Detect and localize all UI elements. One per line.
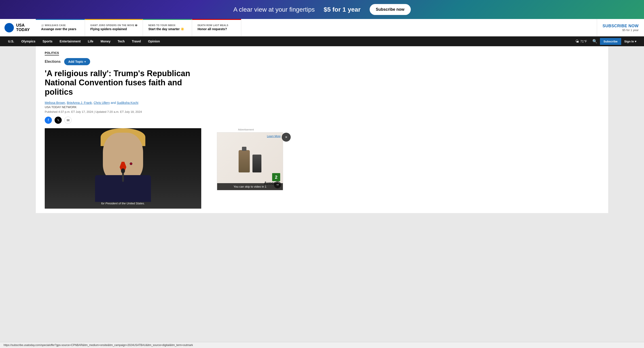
nav-item-sports[interactable]: Sports <box>39 36 56 46</box>
top-story-label-inbox: NEWS TO YOUR INBOX <box>148 24 186 26</box>
nav-signin-button[interactable]: Sign In ▾ <box>621 40 640 43</box>
trump-photo <box>45 128 201 209</box>
article-media[interactable]: for President of the United States. <box>45 128 201 209</box>
nav-search-icon[interactable]: 🔍 <box>590 39 600 44</box>
ad-countdown: 2 <box>272 173 280 181</box>
ad-banner-text: A clear view at your fingertips <box>233 6 314 13</box>
author-sudiksha-kochi[interactable]: Sudiksha Kochi <box>117 101 138 105</box>
nav-item-life[interactable]: Life <box>84 36 97 46</box>
email-share-icon[interactable]: ✉ <box>64 117 72 124</box>
article-authors: Melissa Brown, BrieAnna J. Frank, Chris … <box>45 101 599 105</box>
nav-item-us[interactable]: U.S. <box>4 36 18 46</box>
main-layout: POLITICS Elections Add Topic + 'A religi… <box>0 46 644 213</box>
top-story-label-spiders: GIANT JORO SPIDERS ON THE MOVE 🕷 <box>90 24 137 26</box>
flag-pin <box>130 162 132 165</box>
top-story-headline-spiders: Flying spiders explained <box>90 27 137 31</box>
header-top-bar: USATODAY 📰 WIKILEAKS CASE Assange over t… <box>0 19 644 36</box>
usa-today-logo-text: USATODAY <box>16 23 30 32</box>
top-story-wikileaks[interactable]: 📰 WIKILEAKS CASE Assange over the years <box>36 19 85 36</box>
ad-subscribe-button[interactable]: Subscribe now <box>370 4 411 15</box>
social-share-bar: f 𝕏 ✉ <box>45 117 599 124</box>
header-subscribe-now-label: SUBSCRIBE NOW <box>602 24 639 28</box>
nav-bar: U.S. Olympics Sports Entertainment Life … <box>0 36 644 46</box>
author-brieanna-frank[interactable]: BrieAnna J. Frank <box>67 101 92 105</box>
top-story-headline-wikileaks: Assange over the years <box>41 27 80 31</box>
facebook-share-icon[interactable]: f <box>45 117 52 124</box>
ad-box: Learn More Aveeno 2 You can skip to vide… <box>217 132 283 190</box>
top-story-headline-deathrow: Honor all requests? <box>198 27 236 31</box>
signin-chevron-icon: ▾ <box>635 40 636 43</box>
article-body: for President of the United States. Adve… <box>45 128 599 209</box>
article-main-column: for President of the United States. <box>45 128 206 209</box>
media-caption: for President of the United States. <box>101 202 145 205</box>
top-story-headline-inbox: Start the day smarter ☀️ <box>148 27 186 31</box>
header-subscribe-price-label: $5 for 1 year <box>622 28 639 32</box>
ad-product-bottle-2 <box>252 155 262 173</box>
header-subscribe-area[interactable]: SUBSCRIBE NOW $5 for 1 year <box>597 19 644 36</box>
ad-expand-button[interactable]: ↗ <box>274 181 281 188</box>
add-topic-button[interactable]: Add Topic + <box>64 58 90 65</box>
twitter-share-icon[interactable]: 𝕏 <box>54 117 62 124</box>
weather-icon: 🌤 <box>575 39 579 43</box>
top-story-label-wikileaks: 📰 WIKILEAKS CASE <box>41 24 80 26</box>
sidebar-right <box>608 46 644 213</box>
ad-label: Advertisement <box>217 128 275 131</box>
top-stories-bar: 📰 WIKILEAKS CASE Assange over the years … <box>36 19 597 36</box>
top-story-deathrow[interactable]: DEATH ROW LAST MEALS Honor all requests? <box>192 19 241 36</box>
ad-banner: A clear view at your fingertips $5 for 1… <box>0 0 644 19</box>
article-network: USA TODAY NETWORK <box>45 105 599 109</box>
nav-subscribe-button[interactable]: Subscribe <box>600 38 621 45</box>
section-label[interactable]: POLITICS <box>45 51 59 55</box>
ad-panel: Advertisement Learn More Aveeno 2 You ca… <box>212 128 280 209</box>
top-story-spiders[interactable]: GIANT JORO SPIDERS ON THE MOVE 🕷 Flying … <box>85 19 143 36</box>
microphone <box>122 171 124 182</box>
article-headline: 'A religious rally': Trump's Republican … <box>45 69 201 97</box>
nav-item-entertainment[interactable]: Entertainment <box>56 36 84 46</box>
ad-product-bottle-1 <box>238 150 250 173</box>
sidebar-left <box>0 46 36 213</box>
trump-figure <box>95 133 151 202</box>
article-timestamp: Published 4:37 p.m. ET July 17, 2024 | U… <box>45 110 599 114</box>
top-story-inbox[interactable]: NEWS TO YOUR INBOX Start the day smarter… <box>143 19 192 36</box>
nav-item-money[interactable]: Money <box>97 36 114 46</box>
article-topic-bar: Elections Add Topic + <box>45 58 599 65</box>
nav-item-olympics[interactable]: Olympics <box>18 36 39 46</box>
expand-arrow-icon: ↗ <box>275 182 280 187</box>
ad-products <box>234 146 266 177</box>
nav-item-opinion[interactable]: Opinion <box>144 36 164 46</box>
top-story-label-deathrow: DEATH ROW LAST MEALS <box>198 24 236 26</box>
logo-area[interactable]: USATODAY <box>0 19 36 36</box>
ad-learn-more[interactable]: Learn More <box>267 135 281 138</box>
elections-label: Elections <box>45 60 60 64</box>
nav-item-travel[interactable]: Travel <box>128 36 144 46</box>
content-area: POLITICS Elections Add Topic + 'A religi… <box>36 46 608 213</box>
close-ad-button[interactable]: × <box>282 133 291 142</box>
author-melissa-brown[interactable]: Melissa Brown <box>45 101 65 105</box>
nav-weather: 🌤 71°F <box>573 39 590 43</box>
ad-banner-price: $5 for 1 year <box>324 6 361 13</box>
ad-skip-message: You can skip to video in 1 <box>217 183 283 190</box>
ad-content: Aveeno <box>217 133 283 190</box>
nav-weather-temp: 71°F <box>580 39 587 43</box>
usa-today-logo-circle <box>4 23 14 32</box>
author-chris-ullery[interactable]: Chris Ullery <box>94 101 110 105</box>
nav-item-tech[interactable]: Tech <box>114 36 128 46</box>
